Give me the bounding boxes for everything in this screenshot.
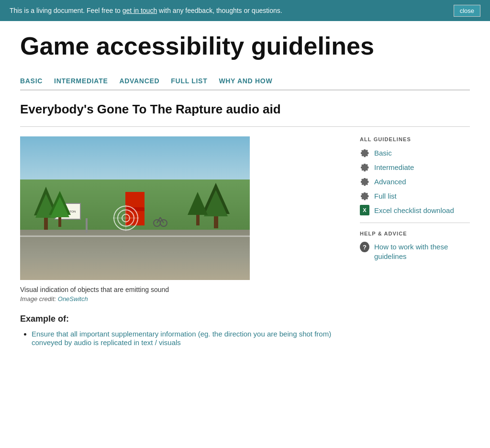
sidebar-link-excel[interactable]: Excel checklist download (374, 206, 454, 214)
main-content: YAUGHTON (20, 136, 341, 351)
sidebar-link-intermediate[interactable]: Intermediate (374, 163, 414, 171)
sidebar-item-full-list[interactable]: Full list (360, 191, 470, 201)
nav-item-full-list[interactable]: FULL LIST (171, 73, 215, 90)
nav-item-basic[interactable]: BASIC (20, 73, 50, 90)
help-advice-title: HELP & ADVICE (360, 231, 470, 236)
list-item: Ensure that all important supplementary … (32, 330, 341, 347)
nav-item-why-and-how[interactable]: WHY AND HOW (219, 73, 280, 90)
sidebar-link-full-list[interactable]: Full list (374, 192, 397, 200)
sidebar: ALL GUIDELINES Basic Intermediate (360, 136, 470, 351)
sidebar-item-excel[interactable]: X Excel checklist download (360, 205, 470, 215)
sidebar-link-how-to-work[interactable]: How to work with these guidelines (374, 242, 470, 261)
example-heading: Example of: (20, 314, 341, 324)
nav-item-intermediate[interactable]: INTERMEDIATE (54, 73, 115, 90)
question-icon: ? (360, 242, 369, 252)
page-title: Everybody's Gone To The Rapture audio ai… (20, 102, 470, 117)
svg-rect-14 (196, 215, 200, 225)
game-image-container: YAUGHTON (20, 136, 341, 280)
all-guidelines-title: ALL GUIDELINES (360, 136, 470, 142)
sidebar-item-advanced[interactable]: Advanced (360, 177, 470, 186)
sidebar-item-intermediate[interactable]: Intermediate (360, 162, 470, 172)
gear-icon-full-list (360, 191, 369, 201)
gear-icon-intermediate (360, 162, 369, 172)
image-credit-link[interactable]: OneSwitch (58, 295, 88, 302)
example-link-1[interactable]: Ensure that all important supplementary … (32, 330, 331, 347)
game-image: YAUGHTON (20, 136, 250, 280)
gear-icon (360, 148, 369, 157)
get-in-touch-link[interactable]: get in touch (122, 7, 157, 14)
notification-banner: This is a living document. Feel free to … (0, 0, 490, 21)
sidebar-link-basic[interactable]: Basic (374, 149, 392, 157)
excel-icon: X (360, 205, 369, 215)
main-nav: BASIC INTERMEDIATE ADVANCED FULL LIST WH… (20, 73, 470, 90)
image-credit: Image credit: OneSwitch (20, 295, 341, 302)
sidebar-item-how-to-work[interactable]: ? How to work with these guidelines (360, 242, 470, 261)
close-banner-button[interactable]: close (454, 5, 480, 17)
banner-text: This is a living document. Feel free to … (10, 7, 282, 14)
site-title: Game accessibility guidelines (20, 33, 470, 60)
image-caption: Visual indication of objects that are em… (20, 286, 341, 293)
sidebar-divider (360, 223, 470, 223)
sidebar-item-basic[interactable]: Basic (360, 148, 470, 157)
sidebar-link-advanced[interactable]: Advanced (374, 178, 406, 186)
nav-item-advanced[interactable]: ADVANCED (119, 73, 167, 90)
example-list: Ensure that all important supplementary … (20, 330, 341, 347)
svg-marker-15 (188, 192, 208, 215)
gear-icon-advanced (360, 177, 369, 186)
